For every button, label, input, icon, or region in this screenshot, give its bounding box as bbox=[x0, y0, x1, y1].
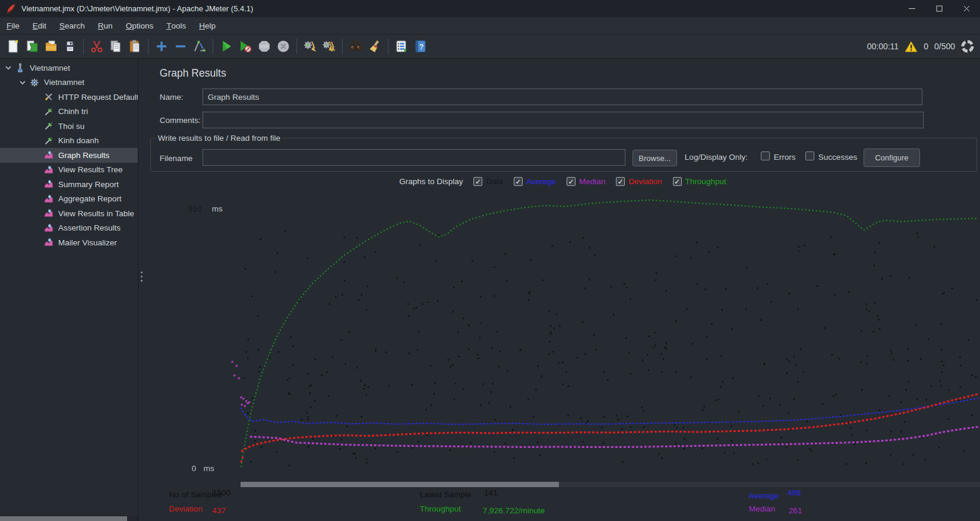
comments-label: Comments: bbox=[160, 116, 201, 125]
tree-item-http-request-defaults[interactable]: HTTP Request Defaults bbox=[0, 90, 138, 105]
start-button[interactable] bbox=[217, 37, 236, 55]
configure-button[interactable]: Configure bbox=[864, 149, 920, 167]
graph-scrollbar-thumb[interactable] bbox=[241, 482, 559, 487]
graphs-to-display-row: Graphs to Display ✓Data✓Average✓Median✓D… bbox=[146, 177, 980, 186]
thread-state-icon bbox=[961, 40, 974, 53]
tree-item-kinh-doanh[interactable]: Kinh doanh bbox=[0, 134, 138, 149]
close-button[interactable] bbox=[953, 0, 980, 17]
tree-item-label: Chinh tri bbox=[58, 107, 88, 116]
open-file-button[interactable] bbox=[42, 37, 61, 55]
save-button[interactable] bbox=[61, 37, 80, 55]
function-helper-icon bbox=[394, 39, 409, 53]
remove-button[interactable] bbox=[171, 37, 190, 55]
panel-title: Graph Results bbox=[160, 67, 226, 80]
tree-item-vietnamnet[interactable]: Vietnamnet bbox=[0, 75, 138, 90]
toolbar-separator bbox=[148, 39, 148, 54]
tree-item-mailer-visualizer[interactable]: Mailer Visualizer bbox=[0, 235, 138, 250]
average-checkbox[interactable]: ✓ bbox=[514, 177, 523, 186]
clear-button[interactable] bbox=[301, 37, 320, 55]
tree-scrollbar-thumb[interactable] bbox=[0, 516, 127, 521]
new-file-icon bbox=[6, 39, 20, 53]
data-checkbox-label: Data bbox=[486, 177, 503, 186]
errors-label: Errors bbox=[774, 153, 796, 162]
shutdown-button[interactable] bbox=[274, 37, 293, 55]
jmeter-feather-icon bbox=[5, 3, 17, 15]
add-button[interactable] bbox=[152, 37, 171, 55]
tree-item-thoi-su[interactable]: Thoi su bbox=[0, 119, 138, 134]
menu-search[interactable]: Search bbox=[53, 17, 91, 34]
graph-option-deviation: ✓Deviation bbox=[616, 177, 662, 186]
menu-run[interactable]: Run bbox=[91, 17, 119, 34]
write-results-legend: Write results to file / Read from file bbox=[156, 134, 283, 143]
sidebar-splitter[interactable] bbox=[138, 59, 146, 521]
throughput-checkbox-label: Throughput bbox=[685, 177, 726, 186]
search-button[interactable] bbox=[346, 37, 365, 55]
toolbar-separator bbox=[342, 39, 343, 54]
log-display-only-label: Log/Display Only: bbox=[685, 153, 748, 162]
throughput-value: 7,926.722/minute bbox=[483, 506, 545, 515]
tree-item-view-results-in-table[interactable]: View Results in Table bbox=[0, 206, 138, 221]
browse-button[interactable]: Browse... bbox=[633, 150, 677, 166]
minimize-button[interactable] bbox=[898, 0, 925, 17]
average-value: 408 bbox=[788, 488, 801, 497]
maximize-button[interactable] bbox=[925, 0, 953, 17]
median-value: 261 bbox=[789, 506, 802, 515]
data-checkbox[interactable]: ✓ bbox=[473, 177, 482, 186]
tree-item-view-results-tree[interactable]: View Results Tree bbox=[0, 163, 138, 178]
reset-search-button[interactable] bbox=[365, 37, 384, 55]
tree-item-vietnamnet[interactable]: Vietnamnet bbox=[0, 61, 138, 75]
menu-bar: FileEditSearchRunOptionsToolsHelp bbox=[0, 17, 980, 34]
svg-text:?: ? bbox=[419, 42, 424, 51]
new-file-button[interactable] bbox=[4, 37, 23, 55]
tree-item-graph-results[interactable]: Graph Results bbox=[0, 148, 138, 163]
chevron-down-icon[interactable] bbox=[18, 78, 30, 87]
comments-input[interactable] bbox=[203, 112, 924, 128]
filename-input[interactable] bbox=[203, 149, 625, 166]
name-input[interactable] bbox=[203, 89, 922, 105]
menu-options[interactable]: Options bbox=[119, 17, 160, 34]
menu-edit[interactable]: Edit bbox=[26, 17, 53, 34]
search-icon bbox=[349, 39, 363, 53]
successes-checkbox[interactable] bbox=[805, 151, 814, 160]
splitter-grip-icon[interactable] bbox=[141, 271, 143, 282]
tree-item-chinh-tri[interactable]: Chinh tri bbox=[0, 105, 138, 119]
open-template-button[interactable] bbox=[23, 37, 42, 55]
menu-file[interactable]: File bbox=[0, 17, 26, 34]
clear-icon bbox=[303, 39, 317, 53]
throughput-checkbox[interactable]: ✓ bbox=[673, 177, 682, 186]
tree-horizontal-scrollbar[interactable] bbox=[0, 516, 138, 521]
clear-all-button[interactable] bbox=[320, 37, 339, 55]
menu-help[interactable]: Help bbox=[192, 17, 222, 34]
menu-tools[interactable]: Tools bbox=[160, 17, 192, 34]
listener-icon bbox=[44, 223, 55, 233]
error-count: 0 bbox=[924, 42, 928, 51]
deviation-checkbox[interactable]: ✓ bbox=[616, 177, 625, 186]
tree-item-assertion-results[interactable]: Assertion Results bbox=[0, 221, 138, 236]
tree-item-aggregate-report[interactable]: Aggregate Report bbox=[0, 192, 138, 207]
stop-icon: STOP bbox=[257, 39, 271, 53]
y-axis-min-unit: ms bbox=[204, 464, 214, 473]
cut-button[interactable] bbox=[87, 37, 106, 55]
remove-icon bbox=[173, 39, 188, 53]
start-no-timers-button[interactable] bbox=[236, 37, 255, 55]
toolbar-separator bbox=[296, 39, 297, 54]
tree-item-summary-report[interactable]: Summary Report bbox=[0, 177, 138, 192]
graph-horizontal-scrollbar[interactable] bbox=[241, 482, 980, 487]
chevron-down-icon[interactable] bbox=[4, 63, 15, 72]
copy-button[interactable] bbox=[106, 37, 125, 55]
sampler-icon bbox=[44, 121, 55, 131]
sampler-icon bbox=[44, 107, 55, 116]
stop-button[interactable]: STOP bbox=[255, 37, 274, 55]
median-checkbox[interactable]: ✓ bbox=[567, 177, 576, 186]
paste-button[interactable] bbox=[125, 37, 144, 55]
help-button[interactable]: ? bbox=[411, 37, 430, 55]
errors-checkbox[interactable] bbox=[761, 151, 770, 160]
warning-icon[interactable] bbox=[905, 41, 918, 52]
tree-item-label: Summary Report bbox=[58, 180, 119, 189]
deviation-label: Deviation bbox=[169, 504, 203, 513]
deviation-value: 437 bbox=[213, 506, 226, 515]
function-helper-button[interactable] bbox=[392, 37, 411, 55]
tree-item-label: HTTP Request Defaults bbox=[58, 93, 138, 102]
toggle-button[interactable] bbox=[190, 37, 209, 55]
tree-item-label: Thoi su bbox=[58, 122, 84, 131]
